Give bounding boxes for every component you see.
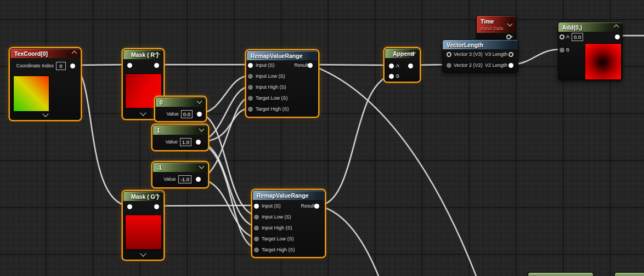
value-label: Value <box>166 111 178 117</box>
output-pin[interactable] <box>196 140 201 145</box>
add-preview <box>585 43 622 80</box>
coordinate-index-label: Coordinate Index <box>16 63 54 68</box>
input-pin-b[interactable] <box>389 74 394 79</box>
output-pin[interactable] <box>154 204 159 209</box>
input-pin[interactable] <box>254 215 259 220</box>
output-pin[interactable] <box>506 34 511 39</box>
value-field[interactable]: -1.0 <box>178 175 191 183</box>
node-header[interactable]: 1 <box>153 125 207 135</box>
output-pin[interactable] <box>154 63 159 68</box>
node-constant-1[interactable]: 1 Value 1.0 <box>152 125 208 150</box>
expand-preview-icon[interactable] <box>140 110 146 116</box>
output-pin[interactable] <box>408 64 413 68</box>
input-pin-a[interactable] <box>560 34 564 39</box>
node-header[interactable]: RemapValueRange <box>247 51 318 60</box>
input-pin-v3[interactable] <box>447 52 451 57</box>
node-mask-g[interactable]: Mask ( G ) <box>123 191 163 260</box>
node-header[interactable]: Add(0,) <box>558 22 622 32</box>
pin-label: Target High (S) <box>262 247 295 252</box>
output-pin[interactable] <box>196 177 201 182</box>
output-pin-v3-length[interactable] <box>509 52 513 57</box>
pin-label: Vector 2 (V2) <box>454 62 483 68</box>
input-pin[interactable] <box>254 237 259 242</box>
input-pin[interactable] <box>254 226 259 231</box>
node-title: -1 <box>157 164 162 171</box>
node-header[interactable]: VectorLength <box>443 40 518 49</box>
node-vector-length[interactable]: VectorLength Vector 3 (V3) V3 Length Vec… <box>442 39 518 73</box>
input-pin[interactable] <box>248 74 253 79</box>
output-pin[interactable] <box>70 64 75 68</box>
node-constant-neg1[interactable]: -1 Value -1.0 <box>152 162 208 187</box>
node-title: 0 <box>160 99 163 106</box>
expand-icon[interactable] <box>199 164 205 169</box>
node-header[interactable]: Time Input Data <box>477 16 516 33</box>
material-graph-canvas[interactable]: TexCoord[0] Coordinate Index 0 Mask ( R … <box>0 0 644 276</box>
expand-icon[interactable] <box>199 127 205 132</box>
node-header[interactable]: RemapValueRange <box>253 191 324 200</box>
input-pin[interactable] <box>127 63 132 68</box>
node-constant-0[interactable]: 0 Value 0.0 <box>155 97 206 121</box>
pin-label: V3 Length <box>485 51 507 57</box>
coordinate-index-field[interactable]: 0 <box>56 62 66 70</box>
output-pin[interactable] <box>314 204 319 209</box>
expand-preview-icon[interactable] <box>42 111 48 117</box>
value-field[interactable]: 0.0 <box>181 110 193 118</box>
input-pin[interactable] <box>248 63 253 68</box>
pin-label: Input High (S) <box>256 84 286 90</box>
a-value-field[interactable]: 0.0 <box>572 33 583 41</box>
node-append[interactable]: Append A B <box>385 48 420 82</box>
node-title: Time <box>481 18 494 25</box>
node-texcoord[interactable]: TexCoord[0] Coordinate Index 0 <box>10 48 81 120</box>
collapse-icon[interactable] <box>72 51 77 56</box>
node-remap-value-range-1[interactable]: RemapValueRange Input (S) Result Input L… <box>246 50 318 117</box>
output-pin[interactable] <box>197 112 202 117</box>
node-header[interactable]: TexCoord[0] <box>10 49 80 58</box>
mask-g-preview <box>125 215 162 250</box>
pin-label: A <box>566 34 569 39</box>
output-pin[interactable] <box>615 34 620 39</box>
pin-label: Target High (S) <box>256 106 289 112</box>
node-title: RemapValueRange <box>251 53 303 59</box>
input-pin[interactable] <box>248 107 253 112</box>
result-label: Result <box>294 62 308 68</box>
uv-preview <box>13 76 49 112</box>
input-pin-v2[interactable] <box>447 63 451 68</box>
input-pin[interactable] <box>248 96 253 101</box>
node-add[interactable]: Add(0,) A 0.0 B <box>558 22 623 81</box>
input-pin[interactable] <box>254 248 259 252</box>
result-label: Result <box>301 203 315 209</box>
value-field[interactable]: 1.0 <box>180 138 191 146</box>
node-remap-value-range-2[interactable]: RemapValueRange Input (S) Result Input L… <box>252 190 325 257</box>
node-header[interactable]: 0 <box>156 97 205 107</box>
pin-label: B <box>396 73 399 79</box>
expand-preview-icon[interactable] <box>140 250 146 256</box>
pin-label: Input (S) <box>262 203 281 209</box>
node-header[interactable]: Mask ( G ) <box>123 192 163 201</box>
node-header[interactable]: Mask ( R ) <box>123 50 163 59</box>
pin-label: Vector 3 (V3) <box>454 51 483 57</box>
collapse-icon[interactable] <box>614 25 619 30</box>
node-title: TexCoord[0] <box>14 50 48 57</box>
pin-label: A <box>396 63 399 68</box>
node-offscreen-2[interactable] <box>614 272 644 276</box>
input-pin-a[interactable] <box>389 64 394 68</box>
node-offscreen-1[interactable] <box>528 272 594 276</box>
node-time[interactable]: Time Input Data <box>476 15 516 42</box>
input-pin[interactable] <box>248 85 253 90</box>
output-pin-v2-length[interactable] <box>509 63 513 68</box>
node-header[interactable]: Append <box>385 49 419 58</box>
expand-icon[interactable] <box>197 99 202 104</box>
input-pin-b[interactable] <box>560 48 564 53</box>
pin-label: Target Low (S) <box>256 95 288 101</box>
input-pin[interactable] <box>254 204 259 209</box>
node-header[interactable]: -1 <box>153 163 207 172</box>
node-title: Add(0,) <box>562 24 582 31</box>
value-label: Value <box>163 176 176 182</box>
pin-label: Input High (S) <box>262 225 292 231</box>
input-pin[interactable] <box>127 204 132 209</box>
node-title: RemapValueRange <box>257 192 309 199</box>
output-pin[interactable] <box>308 63 313 68</box>
expand-icon[interactable] <box>507 21 513 27</box>
node-subtitle: Input Data <box>481 26 504 31</box>
pin-label: Target Low (S) <box>262 236 294 242</box>
